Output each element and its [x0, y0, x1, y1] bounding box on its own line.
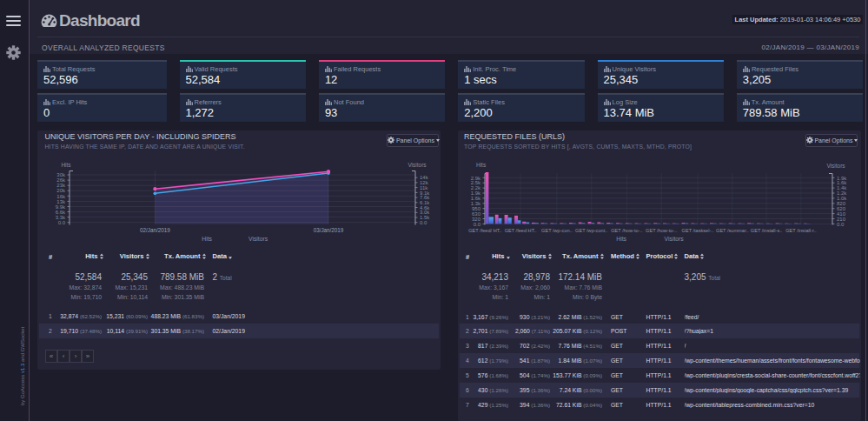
svg-text:02/Jan/2019: 02/Jan/2019: [140, 227, 170, 233]
svg-text:GET /wp-con..: GET /wp-con..: [541, 228, 573, 233]
svg-text:Hits: Hits: [202, 236, 212, 242]
svg-text:Hits: Hits: [61, 162, 71, 168]
svg-text:Visitors: Visitors: [248, 236, 268, 242]
svg-text:Visitors: Visitors: [826, 163, 845, 169]
svg-text:GET /feed HT..: GET /feed HT..: [505, 228, 537, 233]
svg-text:Visitors: Visitors: [407, 162, 427, 168]
svg-text:0.0: 0.0: [58, 220, 66, 225]
svg-text:Hits: Hits: [616, 236, 626, 242]
svg-text:GET /how-to-..: GET /how-to-..: [611, 228, 643, 233]
svg-text:0.0: 0.0: [474, 222, 481, 227]
svg-text:GET /feed/ HT..: GET /feed/ HT..: [468, 228, 502, 233]
svg-text:Hits: Hits: [476, 162, 487, 168]
svg-text:GET /wp-cont..: GET /wp-cont..: [575, 228, 608, 233]
svg-text:GET /install-r..: GET /install-r..: [785, 228, 817, 233]
svg-text:GET /tasksel-..: GET /tasksel-..: [682, 228, 714, 233]
svg-text:03/Jan/2019: 03/Jan/2019: [314, 227, 344, 233]
svg-text:GET /install-s..: GET /install-s..: [751, 228, 783, 233]
svg-text:0.0: 0.0: [837, 222, 845, 227]
svg-text:0.0: 0.0: [420, 220, 427, 225]
svg-text:Visitors: Visitors: [665, 236, 685, 242]
svg-text:GET /how-to-..: GET /how-to-..: [646, 228, 678, 233]
svg-text:GET /summar..: GET /summar..: [716, 228, 749, 233]
